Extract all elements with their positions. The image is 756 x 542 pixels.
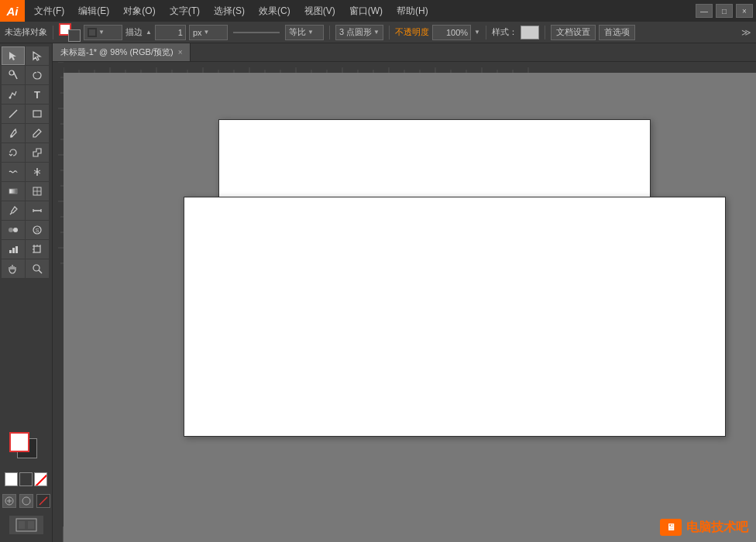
bottom-icon-3[interactable]: [36, 494, 50, 508]
bottom-icon-1[interactable]: [2, 494, 16, 508]
stroke-unit-dropdown[interactable]: px ▼: [189, 25, 228, 40]
selection-tool[interactable]: [2, 46, 25, 65]
pen-tool[interactable]: [2, 85, 25, 104]
menu-select[interactable]: 选择(S): [208, 0, 251, 22]
points-dropdown[interactable]: 3 点圆形 ▼: [335, 25, 383, 40]
width-tool[interactable]: [26, 163, 49, 181]
scale-tool[interactable]: [26, 143, 49, 162]
close-button[interactable]: ×: [736, 4, 753, 18]
svg-rect-37: [28, 521, 34, 529]
pencil-tool[interactable]: [26, 124, 49, 142]
menu-window[interactable]: 窗口(W): [343, 0, 389, 22]
controlbar: 未选择对象 ▼ 描边 ▲ px ▼ 等比 ▼ 3 点圆形 ▼ 不透明度 ▼ 样式…: [0, 22, 756, 43]
tool-row-2: [2, 66, 50, 84]
stroke-label: 描边: [125, 26, 143, 38]
blend-tool[interactable]: [2, 221, 25, 239]
tool-row-6: [2, 143, 50, 162]
maximize-button[interactable]: □: [716, 4, 733, 18]
minimize-button[interactable]: —: [696, 4, 713, 18]
svg-rect-20: [15, 246, 18, 253]
toolbar: T: [0, 43, 53, 542]
text-tool[interactable]: T: [26, 85, 49, 104]
stroke-indicator: [88, 28, 97, 37]
color-area: [2, 427, 50, 539]
tool-row-1: [2, 46, 50, 65]
svg-point-28: [33, 265, 40, 271]
svg-line-34: [40, 497, 47, 505]
bar-chart-tool[interactable]: [2, 240, 25, 259]
magic-wand-tool[interactable]: [2, 66, 25, 84]
bottom-icon-2[interactable]: [19, 494, 33, 508]
ai-logo: Ai: [0, 0, 25, 22]
tool-row-11: [2, 240, 50, 259]
separator5: [545, 26, 545, 39]
menu-edit[interactable]: 编辑(E): [72, 0, 115, 22]
titlebar: Ai 文件(F) 编辑(E) 对象(O) 文字(T) 选择(S) 效果(C) 视…: [0, 0, 756, 22]
ruler-left: [53, 62, 64, 542]
stroke-color-swatch[interactable]: [59, 23, 81, 42]
menubar: 文件(F) 编辑(E) 对象(O) 文字(T) 选择(S) 效果(C) 视图(V…: [25, 0, 696, 22]
style-swatch[interactable]: [521, 26, 539, 39]
artboard-icon-row: [5, 516, 47, 534]
none-swatch[interactable]: [34, 472, 47, 486]
proportion-dropdown[interactable]: 等比 ▼: [285, 25, 324, 40]
symbol-tool[interactable]: S: [26, 221, 49, 239]
fill-swatch[interactable]: [9, 432, 29, 452]
dark-swatch[interactable]: [19, 472, 33, 486]
menu-object[interactable]: 对象(O): [117, 0, 161, 22]
lasso-tool[interactable]: [26, 66, 49, 84]
menu-text[interactable]: 文字(T): [163, 0, 206, 22]
unit-dropdown-arrow: ▼: [204, 29, 210, 36]
separator1: [53, 26, 53, 39]
stroke-up-arrow[interactable]: ▲: [146, 29, 152, 36]
tool-row-5: [2, 124, 50, 142]
separator3: [389, 26, 390, 39]
stroke-dropdown[interactable]: ▼: [84, 25, 122, 40]
measure-tool[interactable]: [26, 201, 49, 220]
svg-rect-4: [33, 111, 41, 117]
tab-label: 未标题-1* @ 98% (RGB/预览): [60, 46, 174, 58]
tool-row-4: [2, 105, 50, 123]
paintbrush-tool[interactable]: [2, 124, 25, 142]
tabbar: 未标题-1* @ 98% (RGB/预览) ×: [53, 43, 756, 62]
eyedropper-tool[interactable]: [2, 201, 25, 220]
color-swatches: [9, 432, 43, 466]
warp-tool[interactable]: [2, 163, 25, 181]
doc-settings-button[interactable]: 文档设置: [551, 25, 596, 40]
zoom-tool[interactable]: [26, 259, 49, 278]
line-tool[interactable]: [2, 105, 25, 123]
prefs-button[interactable]: 首选项: [599, 25, 635, 40]
tab-close-button[interactable]: ×: [178, 48, 183, 57]
titlebar-right: — □ ×: [696, 4, 756, 18]
svg-rect-18: [9, 250, 12, 253]
panel-toggle-icon[interactable]: ≫: [741, 27, 751, 38]
direct-selection-tool[interactable]: [26, 46, 49, 65]
tool-row-7: [2, 163, 50, 181]
mesh-tool[interactable]: [26, 182, 49, 201]
svg-rect-21: [34, 246, 40, 252]
right-spacer: ≫: [741, 27, 751, 38]
rect-tool[interactable]: [26, 105, 49, 123]
active-tab[interactable]: 未标题-1* @ 98% (RGB/预览) ×: [53, 43, 191, 61]
hand-tool[interactable]: [2, 259, 25, 278]
ruler-top: [64, 62, 756, 73]
points-arrow: ▼: [373, 29, 380, 36]
watermark-icon: 🖥: [660, 519, 682, 536]
bottom-icon-row: [2, 494, 50, 508]
artboard-view-icon[interactable]: [9, 516, 43, 534]
tool-row-3: T: [2, 85, 50, 104]
rotate-tool[interactable]: [2, 143, 25, 162]
style-label: 样式：: [492, 26, 517, 38]
watermark: 🖥 电脑技术吧: [660, 519, 748, 536]
menu-file[interactable]: 文件(F): [28, 0, 70, 22]
svg-rect-19: [12, 248, 15, 253]
tool-row-8: [2, 182, 50, 201]
artboard-tool[interactable]: [26, 240, 49, 259]
opacity-value-input[interactable]: [432, 25, 471, 40]
stroke-value-input[interactable]: [155, 25, 186, 40]
menu-view[interactable]: 视图(V): [298, 0, 342, 22]
gradient-tool[interactable]: [2, 182, 25, 201]
menu-effect[interactable]: 效果(C): [253, 0, 297, 22]
menu-help[interactable]: 帮助(H): [390, 0, 435, 22]
white-swatch[interactable]: [5, 472, 18, 486]
